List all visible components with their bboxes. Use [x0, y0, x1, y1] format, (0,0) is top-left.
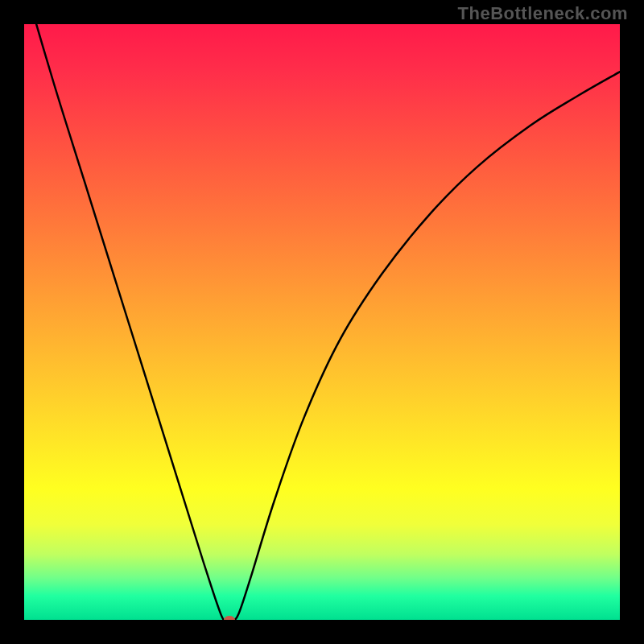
curve-svg: [24, 24, 620, 620]
bottleneck-curve: [24, 24, 620, 620]
plot-area: [24, 24, 620, 620]
watermark-text: TheBottleneck.com: [458, 3, 628, 24]
optimal-point-marker: [224, 616, 235, 620]
